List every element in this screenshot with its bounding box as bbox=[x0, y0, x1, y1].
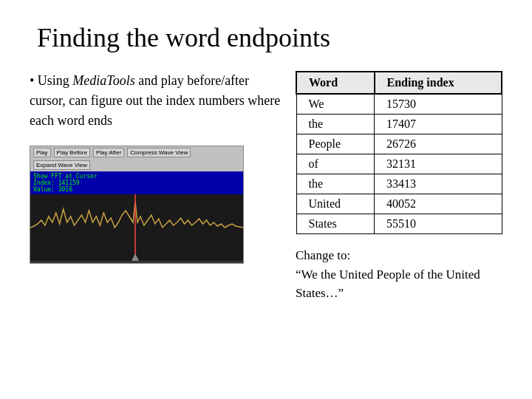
table-header-word: Word bbox=[296, 72, 375, 94]
mt-waveform bbox=[30, 194, 243, 261]
table-cell-index: 26726 bbox=[375, 134, 502, 154]
table-body: We15730the17407People26726of32131the3341… bbox=[296, 94, 502, 234]
table-row: United40052 bbox=[296, 194, 502, 214]
right-column: Word Ending index We15730the17407People2… bbox=[296, 71, 502, 384]
slide-title: Finding the word endpoints bbox=[37, 22, 502, 53]
svg-rect-0 bbox=[30, 194, 243, 261]
table-cell-word: of bbox=[296, 154, 375, 174]
change-quote: “We the United People of the United Stat… bbox=[296, 265, 502, 303]
mt-index: Index: 141159 bbox=[33, 180, 240, 186]
mt-play-btn[interactable]: Play bbox=[33, 148, 51, 157]
waveform-svg bbox=[30, 194, 243, 261]
left-column: • Using MediaTools and play before/after… bbox=[30, 71, 281, 384]
table-header-ending-index: Ending index bbox=[375, 72, 502, 94]
table-cell-word: United bbox=[296, 194, 375, 214]
table-cell-index: 32131 bbox=[375, 154, 502, 174]
table-cell-word: the bbox=[296, 174, 375, 194]
bullet-italic: MediaTools bbox=[72, 73, 134, 88]
mt-play-before-btn[interactable]: Play Before bbox=[54, 148, 90, 157]
mt-piano bbox=[30, 261, 243, 264]
content-area: • Using MediaTools and play before/after… bbox=[30, 71, 502, 384]
table-cell-word: People bbox=[296, 134, 375, 154]
mt-value: Value: 3016 bbox=[33, 186, 240, 193]
table-row: the33413 bbox=[296, 174, 502, 194]
change-to-section: Change to: “We the United People of the … bbox=[296, 246, 502, 303]
word-table: Word Ending index We15730the17407People2… bbox=[296, 71, 502, 234]
mt-play-after-btn[interactable]: Play After bbox=[93, 148, 124, 157]
bullet-marker: • bbox=[30, 73, 38, 88]
table-row: States55510 bbox=[296, 214, 502, 234]
table-row: People26726 bbox=[296, 134, 502, 154]
bullet-point: • Using MediaTools and play before/after… bbox=[30, 71, 281, 131]
mt-toolbar: Play Play Before Play After Compress Wav… bbox=[30, 146, 243, 171]
table-cell-index: 55510 bbox=[375, 214, 502, 234]
mt-info: Show FFT at Cursor Index: 141159 Value: … bbox=[30, 171, 243, 194]
mt-expand-btn[interactable]: Expand Wave View bbox=[33, 160, 90, 170]
table-cell-index: 17407 bbox=[375, 115, 502, 134]
table-cell-index: 33413 bbox=[375, 174, 502, 194]
table-cell-word: States bbox=[296, 214, 375, 234]
table-cell-word: the bbox=[296, 115, 375, 134]
mediatools-screenshot: Play Play Before Play After Compress Wav… bbox=[30, 146, 244, 264]
table-cell-index: 15730 bbox=[375, 94, 502, 115]
table-cell-word: We bbox=[296, 94, 375, 115]
mt-compress-btn[interactable]: Compress Wave View bbox=[127, 148, 191, 157]
table-row: the17407 bbox=[296, 115, 502, 134]
mt-show-fft: Show FFT at Cursor bbox=[33, 173, 240, 180]
table-row: We15730 bbox=[296, 94, 502, 115]
slide: Finding the word endpoints • Using Media… bbox=[0, 0, 532, 399]
table-row: of32131 bbox=[296, 154, 502, 174]
table-cell-index: 40052 bbox=[375, 194, 502, 214]
table-header-row: Word Ending index bbox=[296, 72, 502, 94]
change-label: Change to: bbox=[296, 246, 502, 265]
bullet-prefix: Using bbox=[38, 73, 73, 88]
